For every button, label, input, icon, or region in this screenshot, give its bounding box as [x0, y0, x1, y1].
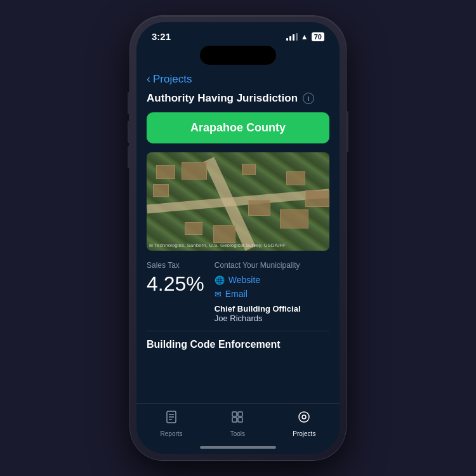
map-building-7 — [305, 190, 329, 207]
svg-point-9 — [302, 415, 306, 419]
reports-label: Reports — [161, 430, 183, 437]
map-attribution: le Technologies, Sanborn, U.S. Geologica… — [149, 242, 286, 248]
info-icon[interactable]: i — [303, 93, 314, 104]
svg-rect-5 — [238, 412, 242, 416]
sales-tax-label: Sales Tax — [147, 261, 204, 270]
map-building-4 — [248, 200, 270, 216]
map-building-5 — [280, 209, 308, 228]
tab-bar: Reports Tools — [136, 403, 340, 441]
nav-back[interactable]: ‹ Projects — [136, 70, 340, 92]
map-building-2 — [182, 162, 207, 180]
tools-icon — [230, 410, 244, 428]
status-bar: 3:21 ▲ 70 — [136, 22, 340, 46]
map-building-9 — [213, 225, 235, 243]
globe-icon: 🌐 — [215, 275, 225, 285]
county-button[interactable]: Arapahoe County — [147, 112, 329, 143]
ahj-title: Authority Having Jurisdiction — [147, 92, 298, 105]
divider — [147, 331, 329, 331]
main-content: Authority Having Jurisdiction i Arapahoe… — [136, 92, 340, 403]
section-title-row: Authority Having Jurisdiction i — [147, 92, 329, 105]
map-container: le Technologies, Sanborn, U.S. Geologica… — [147, 152, 329, 251]
home-bar — [200, 446, 276, 449]
sales-tax-value: 4.25% — [147, 272, 204, 296]
tools-label: Tools — [230, 430, 245, 437]
stats-row: Sales Tax 4.25% Contact Your Municipalit… — [147, 261, 329, 323]
official-label: Chief Building Official — [215, 304, 329, 314]
aerial-map: le Technologies, Sanborn, U.S. Geologica… — [147, 152, 329, 251]
website-link[interactable]: 🌐 Website — [215, 275, 329, 285]
phone-screen: 3:21 ▲ 70 ‹ Projects Authority — [136, 22, 340, 454]
sales-tax-block: Sales Tax 4.25% — [147, 261, 204, 296]
svg-rect-4 — [232, 412, 237, 416]
projects-label: Projects — [293, 430, 315, 437]
map-building-3 — [153, 184, 169, 197]
map-building-10 — [242, 164, 256, 175]
svg-rect-6 — [232, 418, 237, 422]
tab-projects[interactable]: Projects — [293, 410, 315, 437]
projects-icon — [297, 410, 311, 428]
contact-label: Contact Your Municipality — [215, 261, 329, 270]
back-chevron-icon: ‹ — [147, 72, 150, 86]
map-building-1 — [156, 165, 175, 179]
email-icon: ✉ — [215, 289, 221, 299]
dynamic-island — [200, 46, 276, 65]
website-label: Website — [228, 275, 260, 285]
svg-rect-7 — [238, 418, 242, 422]
email-label: Email — [225, 289, 248, 299]
map-building-6 — [286, 171, 305, 185]
tab-reports[interactable]: Reports — [161, 410, 183, 437]
phone-frame: 3:21 ▲ 70 ‹ Projects Authority — [130, 16, 346, 460]
official-name: Joe Richards — [215, 314, 329, 323]
contact-block: Contact Your Municipality 🌐 Website ✉ Em… — [215, 261, 329, 323]
home-indicator — [136, 441, 340, 454]
map-building-8 — [185, 222, 202, 235]
signal-bars-icon — [286, 33, 298, 41]
status-time: 3:21 — [152, 31, 171, 42]
email-link[interactable]: ✉ Email — [215, 289, 329, 299]
building-code-title: Building Code Enforcement — [147, 339, 329, 350]
tab-tools[interactable]: Tools — [230, 410, 245, 437]
svg-point-8 — [299, 412, 309, 422]
wifi-icon: ▲ — [301, 32, 308, 41]
back-text: Projects — [153, 73, 192, 86]
status-icons: ▲ 70 — [286, 32, 324, 41]
battery-icon: 70 — [312, 32, 324, 41]
reports-icon — [164, 410, 178, 428]
